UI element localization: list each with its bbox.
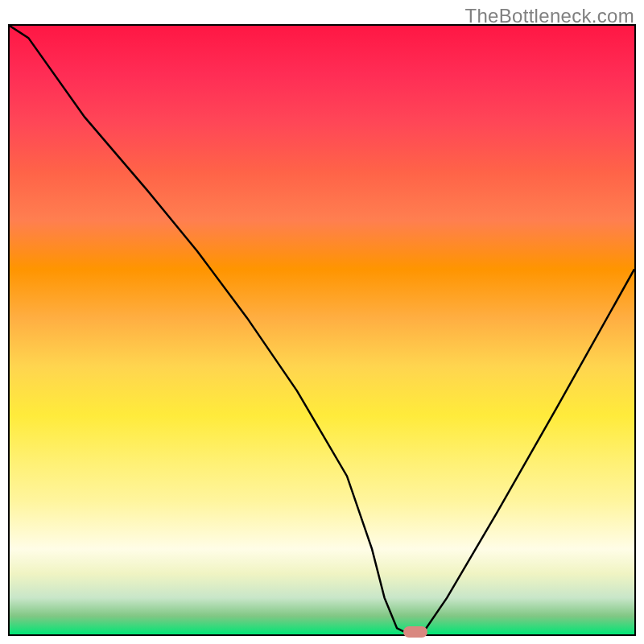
optimal-marker: [403, 626, 427, 638]
chart-frame: [8, 24, 636, 636]
bottleneck-curve: [10, 26, 634, 634]
